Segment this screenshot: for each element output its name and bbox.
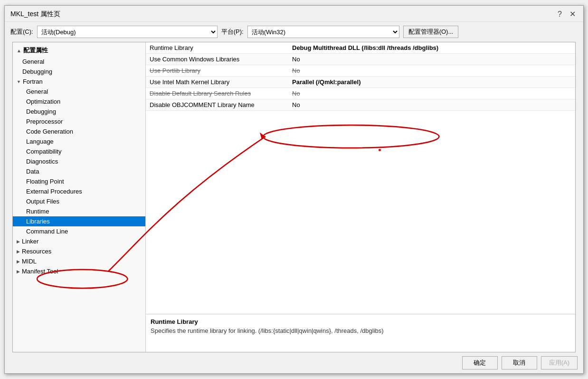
prop-row-disable-objcomment: Disable OBJCOMMENT Library Name No — [146, 99, 575, 111]
apply-button[interactable]: 应用(A) — [541, 356, 578, 369]
sidebar-group-linker[interactable]: ▶ Linker — [13, 236, 145, 246]
manifest-tool-label: Manifest Tool — [22, 268, 58, 275]
prop-row-use-mkl: Use Intel Math Kernel Library Parallel (… — [146, 77, 575, 88]
sidebar-item-floating-point[interactable]: Floating Point — [13, 176, 145, 186]
sidebar-expand-icon: ▲ — [17, 48, 21, 53]
prop-name-runtime-library: Runtime Library — [150, 44, 292, 51]
prop-name-use-portlib: Use Portlib Library — [150, 67, 292, 74]
content-area: Runtime Library Debug Multithread DLL (/… — [146, 42, 575, 352]
sidebar-item-external-procedures[interactable]: External Procedures — [13, 186, 145, 196]
prop-name-use-mkl: Use Intel Math Kernel Library — [150, 78, 292, 86]
fortran-expand-icon: ▼ — [17, 79, 21, 84]
description-text: Specifies the runtime library for linkin… — [151, 327, 570, 334]
prop-name-disable-default-search: Disable Default Library Search Rules — [150, 90, 292, 97]
prop-value-use-mkl: Parallel (/Qmkl:parallel) — [292, 78, 361, 86]
sidebar-item-diagnostics[interactable]: Diagnostics — [13, 156, 145, 166]
description-title: Runtime Library — [151, 318, 570, 325]
sidebar: ▲ 配置属性 General Debugging ▼ Fortran Gener… — [13, 42, 146, 352]
prop-value-disable-default-search: No — [292, 90, 300, 97]
description-area: Runtime Library Specifies the runtime li… — [146, 314, 575, 352]
title-bar: MKL_test 属性页 ? ✕ — [5, 6, 583, 22]
manifest-tool-expand-icon: ▶ — [17, 269, 20, 274]
platform-select[interactable]: 活动(Win32) — [247, 26, 399, 38]
sidebar-item-debugging[interactable]: Debugging — [13, 107, 145, 117]
midl-expand-icon: ▶ — [17, 259, 20, 264]
cancel-button[interactable]: 取消 — [502, 356, 537, 369]
toolbar: 配置(C): 活动(Debug) 平台(P): 活动(Win32) 配置管理器(… — [5, 22, 583, 42]
config-manager-button[interactable]: 配置管理器(O)... — [403, 26, 459, 38]
main-wrapper: ▲ 配置属性 General Debugging ▼ Fortran Gener… — [9, 42, 579, 352]
ok-button[interactable]: 确定 — [462, 356, 498, 369]
platform-label: 平台(P): — [221, 28, 244, 36]
config-label: 配置(C): — [10, 28, 33, 36]
prop-name-use-common-windows: Use Common Windows Libraries — [150, 56, 292, 63]
sidebar-item-general[interactable]: General — [13, 87, 145, 97]
sidebar-group-resources[interactable]: ▶ Resources — [13, 246, 145, 256]
sidebar-header: ▲ 配置属性 — [13, 44, 145, 57]
help-button[interactable]: ? — [556, 10, 564, 19]
sidebar-item-data[interactable]: Data — [13, 166, 145, 176]
prop-row-disable-default-search: Disable Default Library Search Rules No — [146, 88, 575, 99]
sidebar-item-language[interactable]: Language — [13, 136, 145, 146]
sidebar-item-general-top[interactable]: General — [13, 57, 145, 67]
bottom-buttons: 确定 取消 应用(A) — [5, 352, 583, 373]
sidebar-item-preprocessor[interactable]: Preprocessor — [13, 117, 145, 126]
close-button[interactable]: ✕ — [568, 10, 578, 19]
main-area: ▲ 配置属性 General Debugging ▼ Fortran Gener… — [12, 42, 576, 352]
prop-row-use-common-windows: Use Common Windows Libraries No — [146, 54, 575, 65]
properties-table: Runtime Library Debug Multithread DLL (/… — [146, 42, 575, 314]
prop-value-use-portlib: No — [292, 67, 300, 74]
sidebar-item-code-generation[interactable]: Code Generation — [13, 126, 145, 136]
sidebar-item-output-files[interactable]: Output Files — [13, 196, 145, 206]
dialog: MKL_test 属性页 ? ✕ 配置(C): 活动(Debug) 平台(P):… — [4, 5, 584, 374]
sidebar-group-manifest-tool[interactable]: ▶ Manifest Tool — [13, 266, 145, 276]
title-bar-controls: ? ✕ — [556, 10, 578, 19]
sidebar-item-libraries[interactable]: Libraries — [13, 216, 145, 226]
prop-value-use-common-windows: No — [292, 56, 300, 63]
midl-label: MIDL — [22, 258, 37, 265]
prop-row-runtime-library: Runtime Library Debug Multithread DLL (/… — [146, 42, 575, 54]
resources-label: Resources — [22, 248, 51, 255]
dialog-title: MKL_test 属性页 — [10, 10, 60, 19]
linker-label: Linker — [22, 238, 38, 245]
sidebar-item-debugging-top[interactable]: Debugging — [13, 67, 145, 77]
config-select[interactable]: 活动(Debug) — [37, 26, 218, 38]
prop-value-disable-objcomment: No — [292, 101, 300, 108]
sidebar-group-fortran[interactable]: ▼ Fortran — [13, 77, 145, 87]
sidebar-item-compatibility[interactable]: Compatibility — [13, 146, 145, 156]
prop-name-disable-objcomment: Disable OBJCOMMENT Library Name — [150, 101, 292, 108]
fortran-label: Fortran — [23, 78, 43, 85]
prop-value-runtime-library: Debug Multithread DLL (/libs:dll /thread… — [292, 44, 438, 51]
linker-expand-icon: ▶ — [17, 239, 20, 244]
sidebar-item-optimization[interactable]: Optimization — [13, 97, 145, 107]
sidebar-item-runtime[interactable]: Runtime — [13, 206, 145, 216]
sidebar-group-midl[interactable]: ▶ MIDL — [13, 256, 145, 266]
sidebar-item-command-line[interactable]: Command Line — [13, 226, 145, 236]
prop-row-use-portlib: Use Portlib Library No — [146, 65, 575, 77]
resources-expand-icon: ▶ — [17, 249, 20, 254]
